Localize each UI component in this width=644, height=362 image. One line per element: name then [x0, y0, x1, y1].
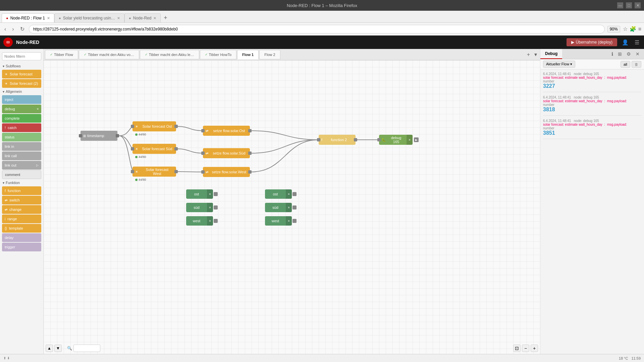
deploy-button[interactable]: ▶ Übernahme (deploy) — [567, 38, 617, 46]
sidebar-item-debug[interactable]: debug ≡ — [2, 105, 41, 113]
debug165-menu[interactable]: ≡ — [407, 135, 413, 145]
panel-node-button[interactable]: ⊞ — [616, 51, 624, 57]
sidebar-item-catch[interactable]: ! catch — [2, 123, 41, 132]
settings-icon-btn[interactable]: ☰ — [633, 38, 641, 47]
sidebar-item-link-call[interactable]: link call — [2, 152, 41, 160]
sidebar-item-status[interactable]: status — [2, 133, 41, 141]
flow-tab-menu-button[interactable]: ▾ — [533, 51, 539, 58]
sidebar-item-solar-forecast-2[interactable]: ☀ Solar forecast (2) — [2, 79, 41, 88]
flow-tab-tibber[interactable]: ✓ Tibber Flow — [45, 50, 78, 59]
panel-info-button[interactable]: ℹ — [610, 51, 615, 57]
sidebar-item-change[interactable]: ⇄ change — [2, 205, 41, 214]
add-flow-button[interactable]: + — [525, 51, 532, 58]
canvas-zoom-in-button[interactable]: + — [531, 345, 538, 352]
maximize-button[interactable]: □ — [626, 2, 632, 8]
browser-tab-nodered[interactable]: ● Node-RED : Flow 1 ✕ — [2, 13, 54, 22]
section-subflows[interactable]: Subflows — [0, 63, 43, 69]
sud2-menu[interactable]: ≡ — [286, 203, 292, 212]
panel-tab-debug[interactable]: Debug — [540, 49, 562, 59]
sidebar-item-solar-forecast[interactable]: ☀ Solar forecast — [2, 70, 41, 78]
panel-close-button[interactable]: ✕ — [634, 51, 641, 57]
debug-filter-button[interactable]: Aktueller Flow ▾ — [543, 61, 575, 68]
sidebar-item-template[interactable]: {} template — [2, 224, 41, 233]
node-sf-ost[interactable]: ☀ Solar forecast Ost 44/60 — [132, 121, 176, 131]
debug-all-button[interactable]: all — [621, 61, 630, 68]
node-ost1[interactable]: ost ≡ — [186, 189, 213, 199]
sud2-label: süd — [265, 205, 286, 209]
sud1-menu[interactable]: ≡ — [207, 203, 213, 212]
user-icon-btn[interactable]: 👤 — [621, 38, 630, 47]
reload-button[interactable]: ↻ — [18, 25, 26, 33]
canvas-fit-button[interactable]: ⊡ — [513, 345, 521, 352]
forward-button[interactable]: › — [10, 25, 15, 33]
flow-tab-tibber2-checkmark: ✓ — [84, 53, 87, 56]
node-sf-west[interactable]: ☀ Solar forecast West 44/60 — [132, 167, 176, 177]
flow-tab-flow1[interactable]: Flow 1 — [237, 50, 259, 59]
section-funktion[interactable]: Funktion — [0, 180, 43, 186]
sidebar-item-range[interactable]: i range — [2, 215, 41, 223]
sidebar-item-inject[interactable]: inject — [2, 95, 41, 104]
node-ost2[interactable]: ost ≡ — [265, 189, 292, 199]
bookmark-icon[interactable]: ☆ — [623, 26, 628, 32]
solar-forecast-icon: ☀ — [5, 72, 8, 76]
tab2-close-icon[interactable]: ✕ — [117, 16, 120, 20]
debug-entry-3-node: node: debug 165 — [574, 119, 599, 123]
debug-label: debug — [5, 107, 15, 111]
extensions-icon[interactable]: 🧩 — [630, 26, 636, 32]
canvas-search-input[interactable] — [73, 345, 100, 352]
range-label: range — [7, 217, 17, 221]
node-west1[interactable]: west ≡ — [186, 216, 213, 226]
flow-tab-tibber3[interactable]: ✓ Tibber macht den Akku le… — [140, 50, 199, 59]
west1-port-right — [214, 219, 218, 223]
node-setze-ost[interactable]: ⇄ setze flow.solar.Ost — [203, 126, 250, 136]
sidebar-item-function[interactable]: f function — [2, 186, 41, 195]
node-sf-sud[interactable]: ☀ Solar forecast Süd 44/60 — [132, 144, 176, 154]
new-tab-button[interactable]: + — [161, 13, 170, 22]
canvas-area[interactable]: ⊞ timestamp ☀ Solar forecast Ost 44/60 — [44, 60, 540, 354]
sidebar-item-trigger[interactable]: trigger — [2, 243, 41, 251]
canvas-down-button[interactable]: ▼ — [54, 345, 62, 352]
debug-entry-1: 6.4.2024, 11:48:41 node: debug 165 solar… — [543, 72, 641, 92]
browser-tab-solar[interactable]: ● Solar yield forecasting usin… ✕ — [54, 13, 124, 22]
west1-menu[interactable]: ≡ — [207, 216, 213, 226]
node-west2[interactable]: west ≡ — [265, 216, 292, 226]
node-sud1[interactable]: süd ≡ — [186, 203, 213, 212]
west2-menu[interactable]: ≡ — [286, 216, 292, 226]
node-function2[interactable]: f function 2 — [319, 135, 356, 145]
sidebar-item-link-in[interactable]: link in — [2, 142, 41, 151]
node-timestamp[interactable]: ⊞ timestamp — [80, 131, 117, 141]
minimize-button[interactable]: — — [617, 2, 623, 8]
timestamp-label: timestamp — [87, 134, 104, 138]
nodered-logo — [3, 38, 13, 47]
sidebar-item-comment[interactable]: comment — [2, 170, 41, 179]
ost1-port-right — [214, 192, 218, 196]
tab3-close-icon[interactable]: ✕ — [153, 16, 156, 20]
section-allgemein[interactable]: Allgemein — [0, 88, 43, 95]
node-setze-sud[interactable]: ⇄ setze flow.solar.Süd — [203, 148, 250, 158]
browser-tab-nodered2[interactable]: ● Node-Red ✕ — [124, 13, 161, 22]
sidebar-item-delay[interactable]: delay — [2, 233, 41, 242]
sidebar-item-complete[interactable]: complete — [2, 114, 41, 123]
ost2-menu[interactable]: ≡ — [286, 189, 292, 199]
tab1-close-icon[interactable]: ✕ — [47, 16, 50, 20]
node-setze-west[interactable]: ⇄ setze flow.solar.West — [203, 167, 250, 177]
back-button[interactable]: ‹ — [3, 25, 8, 33]
canvas-up-button[interactable]: ▲ — [46, 345, 53, 352]
node-debug165[interactable]: 🐛 debug 165 ≡ ▶ — [379, 135, 413, 145]
flow-tabs-bar: ✓ Tibber Flow ✓ Tibber macht den Akku vo… — [44, 49, 540, 60]
flow-tab-flow2[interactable]: Flow 2 — [259, 50, 280, 59]
sidebar-item-link-out[interactable]: link out ▷ — [2, 161, 41, 170]
debug165-toggle[interactable]: ▶ — [414, 137, 419, 142]
node-sud2[interactable]: süd ≡ — [265, 203, 292, 212]
flow-tab-tibber-howto[interactable]: ✓ Tibber HowTo — [200, 50, 236, 59]
ost1-menu[interactable]: ≡ — [207, 189, 213, 199]
debug-clear-button[interactable]: 🗑 — [632, 61, 641, 68]
close-button[interactable]: ✕ — [635, 2, 641, 8]
sidebar-item-switch[interactable]: ⇄ switch — [2, 196, 41, 204]
flow-tab-tibber2[interactable]: ✓ Tibber macht den Akku vo… — [79, 50, 139, 59]
url-input[interactable] — [29, 25, 605, 34]
panel-config-button[interactable]: ⚙ — [625, 51, 633, 57]
menu-icon[interactable]: ≡ — [638, 26, 641, 32]
nodes-search-input[interactable] — [2, 52, 41, 60]
canvas-zoom-out-button[interactable]: − — [522, 345, 529, 352]
